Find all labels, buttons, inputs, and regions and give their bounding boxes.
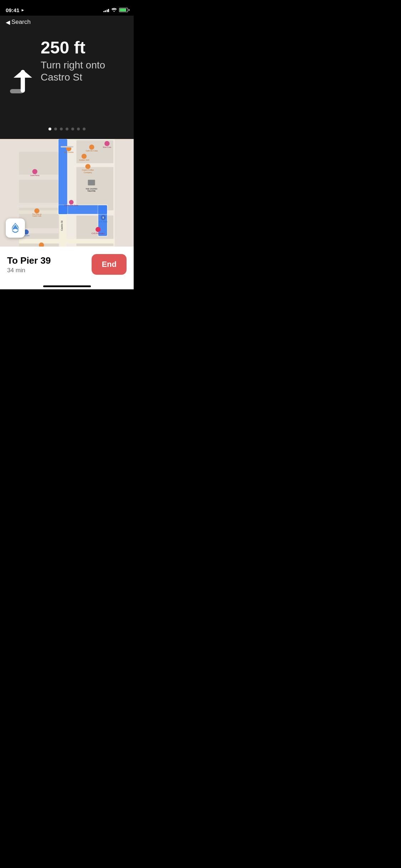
dot-7 [83,128,86,130]
svg-rect-11 [19,152,58,175]
location-arrow-icon: ► [21,8,25,12]
back-chevron-icon: ◀ [6,19,10,26]
drag-handle[interactable] [61,146,73,148]
status-time: 09:41 ► [6,7,25,13]
svg-point-41 [69,200,74,205]
nav-header: ◀ Search 250 ft [0,0,134,139]
svg-point-33 [85,164,90,169]
svg-text:THEATRE: THEATRE [87,190,96,192]
direction-text: 250 ft Turn right onto Castro St [41,39,125,83]
svg-text:Cafe De Casa: Cafe De Casa [86,150,98,152]
dot-5 [71,128,74,130]
svg-point-29 [104,141,109,146]
svg-point-49 [96,227,101,232]
back-button[interactable]: ◀ Search [6,19,31,26]
direction-panel: 250 ft Turn right onto Castro St [0,32,134,90]
svg-text:Castro St: Castro St [61,220,63,231]
svg-text:Hot Cookie: Hot Cookie [64,151,74,153]
status-bar: 09:41 ► [0,0,134,16]
svg-text:The Cove on: The Cove on [32,213,42,215]
svg-point-43 [34,208,39,213]
svg-text:THE CASTRO: THE CASTRO [86,188,97,190]
svg-text:Golden Grill: Golden Grill [79,159,89,161]
svg-point-27 [89,145,94,150]
page-dots [0,128,134,130]
svg-text:Castro Cafe: Castro Cafe [32,215,41,217]
svg-rect-16 [19,239,114,244]
dot-3 [60,128,63,130]
end-button[interactable]: End [92,254,127,275]
svg-text:U.S. Bank: U.S. Bank [99,221,107,223]
dot-4 [66,128,68,130]
signal-icon [103,8,109,12]
svg-text:$: $ [102,216,104,219]
instruction-text: Turn right onto Castro St [41,59,125,83]
dot-6 [77,128,80,130]
home-indicator [43,285,91,287]
svg-rect-19 [58,139,67,214]
back-label: Search [11,19,31,26]
svg-text:Castro Nail Salon: Castro Nail Salon [65,204,78,206]
destination-label: To Pier 39 [7,255,92,266]
destination-info: To Pier 39 34 min [7,255,92,274]
dot-2 [54,128,57,130]
svg-rect-12 [19,180,58,203]
dot-1 [48,128,51,130]
bottom-panel: To Pier 39 34 min End [0,247,134,289]
time-display: 09:41 [6,7,19,13]
location-button[interactable] [6,218,25,238]
svg-point-31 [82,154,87,159]
svg-text:CVS Pharmacy: CVS Pharmacy [92,232,105,234]
svg-point-39 [32,169,37,174]
wifi-icon [111,7,117,13]
svg-text:Nice Cuts: Nice Cuts [103,146,112,148]
status-icons [103,7,128,13]
svg-text:LaserAway: LaserAway [30,174,40,176]
svg-text:Company: Company [84,171,92,174]
svg-rect-36 [88,180,95,186]
distance-display: 250 ft [41,39,125,56]
current-location-icon [10,223,21,233]
eta-text: 34 min [7,267,92,274]
svg-text:Castro Coffee: Castro Coffee [82,169,94,171]
battery-icon [119,8,128,12]
svg-marker-57 [11,224,20,231]
svg-marker-4 [14,70,32,78]
turn-right-arrow-icon [9,67,37,99]
